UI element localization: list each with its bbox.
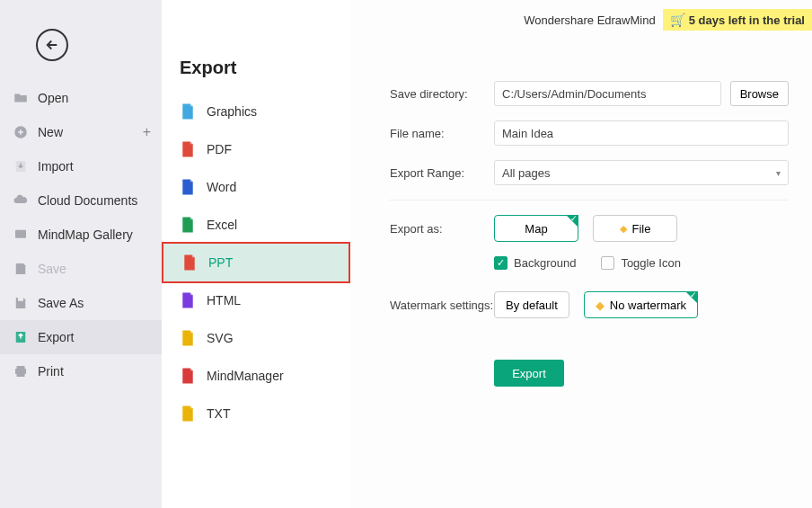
checkbox-checked-icon: ✓: [494, 256, 508, 270]
cb-label: Background: [514, 256, 576, 270]
file-name-label: File name:: [390, 127, 494, 140]
menu-cloud[interactable]: Cloud Documents: [0, 183, 162, 218]
menu-label: New: [38, 125, 63, 139]
format-label: Excel: [207, 218, 237, 232]
export-as-label: Export as:: [390, 222, 494, 236]
menu-gallery[interactable]: MindMap Gallery: [0, 218, 162, 252]
diamond-icon: ◆: [620, 223, 627, 235]
diamond-icon: ◆: [596, 299, 605, 312]
format-label: Word: [207, 180, 236, 194]
format-label: TXT: [207, 406, 230, 421]
watermark-default[interactable]: By default: [494, 291, 569, 318]
export-as-map[interactable]: Map: [494, 215, 578, 242]
folder-icon: [13, 90, 29, 106]
format-word[interactable]: Word: [162, 168, 350, 206]
format-label: PDF: [207, 142, 232, 156]
format-txt[interactable]: TXT: [162, 395, 350, 432]
trial-text: 5 days left in the trial: [689, 13, 805, 27]
browse-button[interactable]: Browse: [730, 81, 789, 106]
svg-rect-1: [15, 230, 26, 238]
divider: [390, 200, 789, 201]
format-html[interactable]: HTML: [162, 281, 350, 319]
export-range-label: Export Range:: [390, 166, 494, 180]
menu-export[interactable]: Export: [0, 320, 162, 354]
file-svg-icon: [180, 329, 196, 347]
file-txt-icon: [180, 405, 196, 423]
menu-label: Export: [38, 330, 74, 344]
menu-label: MindMap Gallery: [38, 227, 133, 242]
cb-label: Toggle Icon: [621, 256, 681, 270]
left-menu: Open New + Import Cloud Documents MindMa…: [0, 81, 162, 388]
import-icon: [13, 158, 29, 174]
saveas-icon: [13, 295, 29, 311]
save-icon: [13, 261, 29, 277]
menu-saveas[interactable]: Save As: [0, 286, 162, 320]
file-html-icon: [180, 291, 196, 309]
plus-circle-icon: [13, 124, 29, 140]
file-ppt-icon: [181, 254, 198, 272]
select-value: All pages: [502, 166, 550, 180]
file-word-icon: [180, 178, 196, 196]
save-dir-input[interactable]: [494, 81, 721, 106]
menu-label: Cloud Documents: [38, 193, 137, 208]
format-excel[interactable]: Excel: [162, 206, 350, 244]
print-icon: [13, 363, 29, 379]
export-panel: Export GraphicsPDFWordExcelPPTHTMLSVGMin…: [162, 0, 350, 508]
format-label: PPT: [208, 255, 233, 270]
format-svg[interactable]: SVG: [162, 319, 350, 357]
menu-import[interactable]: Import: [0, 149, 162, 183]
menu-save: Save: [0, 252, 162, 286]
gallery-icon: [13, 227, 29, 243]
export-as-file[interactable]: ◆File: [593, 215, 677, 242]
checkbox-icon: [601, 256, 614, 270]
export-icon: [13, 329, 29, 345]
format-graphics[interactable]: Graphics: [162, 93, 350, 130]
format-label: SVG: [207, 331, 234, 345]
file-graphics-icon: [180, 102, 196, 120]
menu-label: Save: [38, 262, 66, 276]
panel-title: Export: [162, 50, 350, 93]
cart-icon: 🛒: [670, 13, 685, 27]
menu-print[interactable]: Print: [0, 354, 162, 388]
menu-new[interactable]: New +: [0, 115, 162, 149]
watermark-none[interactable]: ◆No wartermark: [584, 291, 698, 318]
format-ppt[interactable]: PPT: [162, 242, 350, 283]
format-label: MindManager: [207, 369, 284, 383]
menu-open[interactable]: Open: [0, 81, 162, 115]
format-label: Graphics: [207, 104, 257, 119]
brand-label: Wondershare EdrawMind: [524, 13, 655, 27]
menu-label: Save As: [38, 296, 84, 310]
toggle-icon-checkbox[interactable]: Toggle Icon: [601, 256, 681, 270]
menu-label: Open: [38, 91, 68, 105]
file-excel-icon: [180, 216, 196, 234]
menu-label: Import: [38, 159, 74, 174]
menu-label: Print: [38, 364, 64, 379]
cloud-icon: [13, 192, 29, 209]
watermark-label: Watermark settings:: [390, 299, 494, 312]
settings-pane: Save directory: Browse File name: Export…: [350, 0, 812, 508]
format-pdf[interactable]: PDF: [162, 130, 350, 168]
file-mindmanager-icon: [180, 367, 196, 385]
format-label: HTML: [207, 293, 241, 307]
back-button[interactable]: [36, 29, 68, 61]
background-checkbox[interactable]: ✓ Background: [494, 256, 576, 270]
trial-badge[interactable]: 🛒 5 days left in the trial: [663, 9, 812, 31]
file-pdf-icon: [180, 140, 196, 158]
export-button[interactable]: Export: [494, 360, 564, 387]
chevron-down-icon: ▾: [776, 168, 781, 178]
format-mindmanager[interactable]: MindManager: [162, 357, 350, 395]
file-name-input[interactable]: [494, 120, 789, 146]
save-dir-label: Save directory:: [390, 87, 494, 101]
arrow-left-icon: [44, 37, 60, 53]
export-range-select[interactable]: All pages ▾: [494, 160, 789, 185]
add-icon[interactable]: +: [143, 124, 151, 140]
